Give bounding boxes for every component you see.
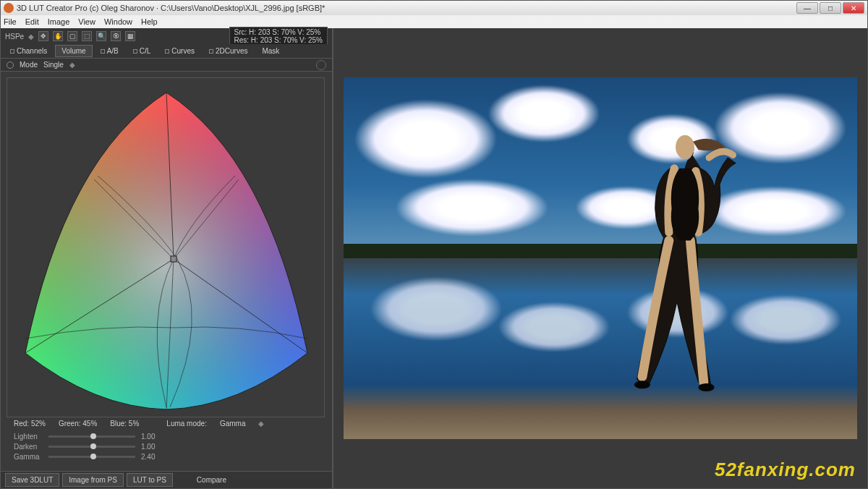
left-panel: HSPe ◆ ✥ ✋ ▢ ⬚ 🔍 ⦿ ▦ Src: H: 203 S: 70% …	[1, 28, 333, 488]
crop-tool-icon[interactable]: ▢	[67, 31, 77, 41]
bottom-bar: Save 3DLUT Image from PS LUT to PS Compa…	[1, 471, 332, 488]
preview-image	[344, 77, 857, 439]
luma-mode-label: Luma mode:	[166, 420, 207, 428]
subject-figure	[616, 106, 749, 417]
compare-button[interactable]: Compare	[197, 476, 226, 484]
tab-volume[interactable]: Volume	[55, 45, 92, 57]
red-value: Red: 52%	[14, 420, 46, 428]
colorspace-label[interactable]: HSPe	[5, 33, 24, 41]
titlebar[interactable]: 3D LUT Creator Pro (c) Oleg Sharonov · C…	[1, 1, 867, 15]
tab-2dcurves[interactable]: 2DCurves	[203, 45, 254, 57]
watermark: 52fanxing.com	[715, 459, 856, 481]
save-3dlut-button[interactable]: Save 3DLUT	[5, 473, 59, 487]
toolbar: HSPe ◆ ✥ ✋ ▢ ⬚ 🔍 ⦿ ▦ Src: H: 203 S: 70% …	[1, 28, 332, 44]
lut-to-ps-button[interactable]: LUT to PS	[127, 473, 173, 487]
gamma-thumb[interactable]	[90, 454, 96, 459]
lighten-track[interactable]	[48, 435, 135, 438]
slider-darken: Darken 1.00	[14, 441, 319, 451]
color-panel: Red: 52% Green: 45% Blue: 5% Luma mode: …	[1, 72, 332, 471]
src-info: Src: H: 203 S: 70% V: 25% Res: H: 203 S:…	[229, 27, 328, 46]
svg-point-7	[634, 380, 650, 388]
rgb-readout: Red: 52% Green: 45% Blue: 5% Luma mode: …	[7, 417, 326, 430]
svg-point-6	[676, 135, 694, 159]
gamut-triangle[interactable]	[22, 85, 311, 411]
tab-ab[interactable]: A/B	[94, 45, 125, 57]
workspace: HSPe ◆ ✥ ✋ ▢ ⬚ 🔍 ⦿ ▦ Src: H: 203 S: 70% …	[1, 28, 867, 488]
image-from-ps-button[interactable]: Image from PS	[62, 473, 124, 487]
menubar: File Edit Image View Window Help	[1, 15, 867, 28]
tabs: Channels Volume A/B C/L Curves 2DCurves …	[1, 44, 332, 59]
tab-channels[interactable]: Channels	[4, 45, 54, 57]
sliders: Lighten 1.00 Darken 1.00 Gamma 2.40	[7, 430, 326, 463]
preview-panel[interactable]: 52fanxing.com	[333, 28, 867, 488]
minimize-button[interactable]: —	[796, 2, 818, 14]
menu-help[interactable]: Help	[141, 17, 158, 26]
luma-mode-value[interactable]: Gamma	[220, 420, 246, 428]
menu-file[interactable]: File	[4, 17, 17, 26]
menu-edit[interactable]: Edit	[25, 17, 39, 26]
tab-mask[interactable]: Mask	[255, 45, 286, 57]
gamma-track[interactable]	[48, 456, 135, 458]
mode-label: Mode	[20, 61, 38, 69]
select-tool-icon[interactable]: ⬚	[82, 31, 92, 41]
eyedropper-tool-icon[interactable]: ⦿	[111, 31, 121, 41]
maximize-button[interactable]: □	[820, 2, 841, 14]
close-button[interactable]: ✕	[843, 2, 864, 14]
tab-cl[interactable]: C/L	[127, 45, 158, 57]
app-window: 3D LUT Creator Pro (c) Oleg Sharonov · C…	[0, 0, 868, 489]
menu-view[interactable]: View	[78, 17, 95, 26]
slider-lighten: Lighten 1.00	[14, 431, 319, 441]
svg-point-8	[699, 383, 715, 391]
hand-tool-icon[interactable]: ✋	[53, 31, 63, 41]
window-title: 3D LUT Creator Pro (c) Oleg Sharonov · C…	[17, 4, 795, 12]
mode-radio-icon[interactable]	[7, 61, 14, 69]
app-icon	[4, 3, 14, 13]
slider-gamma: Gamma 2.40	[14, 451, 319, 462]
blue-value: Blue: 5%	[110, 420, 139, 428]
green-value: Green: 45%	[59, 420, 97, 428]
color-volume[interactable]	[7, 77, 325, 417]
menu-image[interactable]: Image	[48, 17, 70, 26]
grid-tool-icon[interactable]: ▦	[125, 31, 135, 41]
darken-track[interactable]	[48, 446, 135, 448]
mode-value[interactable]: Single	[43, 61, 64, 69]
move-tool-icon[interactable]: ✥	[38, 31, 48, 41]
menu-window[interactable]: Window	[104, 17, 132, 26]
mode-bar: Mode Single ◆	[1, 59, 332, 72]
lighten-thumb[interactable]	[90, 433, 96, 439]
center-handle[interactable]	[171, 256, 176, 262]
tab-curves[interactable]: Curves	[158, 45, 201, 57]
zoom-tool-icon[interactable]: 🔍	[96, 31, 106, 41]
reset-button[interactable]	[316, 60, 326, 70]
darken-thumb[interactable]	[90, 443, 96, 449]
